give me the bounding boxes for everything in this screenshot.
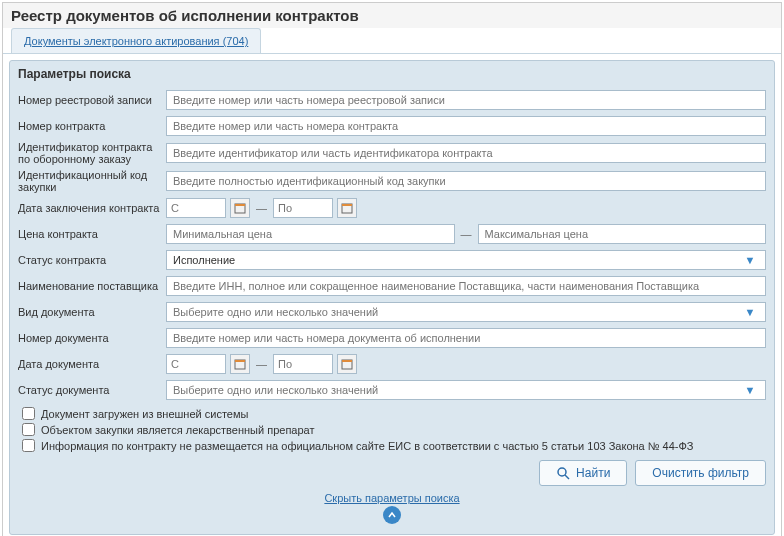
dash-separator: — bbox=[254, 202, 269, 214]
calendar-icon[interactable] bbox=[230, 198, 250, 218]
svg-rect-5 bbox=[235, 360, 245, 362]
label-doc-type: Вид документа bbox=[18, 306, 166, 318]
doc-type-placeholder: Выберите одно или несколько значений bbox=[173, 306, 378, 318]
label-ikz: Идентификационный код закупки bbox=[18, 169, 166, 193]
params-heading: Параметры поиска bbox=[18, 67, 766, 81]
supplier-input[interactable] bbox=[166, 276, 766, 296]
page-title: Реестр документов об исполнении контракт… bbox=[3, 3, 781, 28]
find-button[interactable]: Найти bbox=[539, 460, 627, 486]
contract-status-value: Исполнение bbox=[173, 254, 235, 266]
label-supplier: Наименование поставщика bbox=[18, 280, 166, 292]
clear-button-label: Очистить фильтр bbox=[652, 466, 749, 480]
chevron-down-icon: ▼ bbox=[741, 303, 759, 321]
dash-separator: — bbox=[254, 358, 269, 370]
svg-rect-7 bbox=[342, 360, 352, 362]
svg-rect-1 bbox=[235, 204, 245, 206]
doc-status-select[interactable]: Выберите одно или несколько значений ▼ bbox=[166, 380, 766, 400]
calendar-icon[interactable] bbox=[337, 198, 357, 218]
doc-date-to-input[interactable] bbox=[273, 354, 333, 374]
label-price: Цена контракта bbox=[18, 228, 166, 240]
label-doc-number: Номер документа bbox=[18, 332, 166, 344]
doc-status-placeholder: Выберите одно или несколько значений bbox=[173, 384, 378, 396]
doc-type-select[interactable]: Выберите одно или несколько значений ▼ bbox=[166, 302, 766, 322]
tab-documents[interactable]: Документы электронного актирования (704) bbox=[11, 28, 261, 53]
not-published-checkbox[interactable] bbox=[22, 439, 35, 452]
label-contract-number: Номер контракта bbox=[18, 120, 166, 132]
doc-date-from-input[interactable] bbox=[166, 354, 226, 374]
label-doc-date: Дата документа bbox=[18, 358, 166, 370]
chevron-up-icon bbox=[388, 511, 396, 519]
external-system-checkbox[interactable] bbox=[22, 407, 35, 420]
contract-number-input[interactable] bbox=[166, 116, 766, 136]
label-doc-status: Статус документа bbox=[18, 384, 166, 396]
chevron-down-icon: ▼ bbox=[741, 251, 759, 269]
collapse-params-link[interactable]: Скрыть параметры поиска bbox=[324, 492, 459, 504]
svg-point-8 bbox=[558, 468, 566, 476]
tab-bar: Документы электронного актирования (704) bbox=[3, 28, 781, 54]
svg-rect-3 bbox=[342, 204, 352, 206]
label-contract-status: Статус контракта bbox=[18, 254, 166, 266]
price-min-input[interactable] bbox=[166, 224, 455, 244]
check-label-not-published: Информация по контракту не размещается н… bbox=[41, 440, 694, 452]
search-icon bbox=[556, 466, 570, 480]
calendar-icon[interactable] bbox=[337, 354, 357, 374]
contract-date-to-input[interactable] bbox=[273, 198, 333, 218]
registry-number-input[interactable] bbox=[166, 90, 766, 110]
search-params-panel: Параметры поиска Номер реестровой записи… bbox=[9, 60, 775, 535]
contract-date-from-input[interactable] bbox=[166, 198, 226, 218]
label-defense-id: Идентификатор контракта по оборонному за… bbox=[18, 141, 166, 165]
check-label-external: Документ загружен из внешней системы bbox=[41, 408, 248, 420]
ikz-input[interactable] bbox=[166, 171, 766, 191]
dash-separator: — bbox=[459, 228, 474, 240]
clear-filter-button[interactable]: Очистить фильтр bbox=[635, 460, 766, 486]
label-registry-number: Номер реестровой записи bbox=[18, 94, 166, 106]
contract-status-select[interactable]: Исполнение ▼ bbox=[166, 250, 766, 270]
doc-number-input[interactable] bbox=[166, 328, 766, 348]
defense-id-input[interactable] bbox=[166, 143, 766, 163]
label-contract-date: Дата заключения контракта bbox=[18, 202, 166, 214]
medicine-checkbox[interactable] bbox=[22, 423, 35, 436]
svg-line-9 bbox=[565, 475, 569, 479]
calendar-icon[interactable] bbox=[230, 354, 250, 374]
check-label-medicine: Объектом закупки является лекарственный … bbox=[41, 424, 315, 436]
chevron-down-icon: ▼ bbox=[741, 381, 759, 399]
collapse-params-button[interactable] bbox=[383, 506, 401, 524]
find-button-label: Найти bbox=[576, 466, 610, 480]
price-max-input[interactable] bbox=[478, 224, 767, 244]
